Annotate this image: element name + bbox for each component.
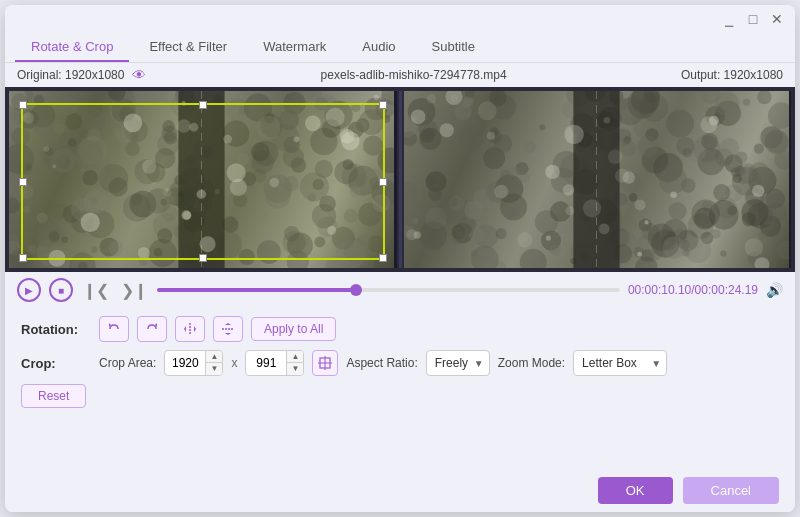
playback-bar: ▶ ■ ❙❮ ❯❙ 00:00:10.10/00:00:24.19 🔊 — [5, 272, 795, 308]
height-down-button[interactable]: ▼ — [287, 363, 303, 375]
title-bar: ⎯ □ ✕ — [5, 5, 795, 33]
tab-watermark[interactable]: Watermark — [247, 33, 342, 62]
width-spinner: ▲ ▼ — [205, 351, 222, 375]
ok-button[interactable]: OK — [598, 477, 673, 504]
rotation-row: Rotation: — [21, 316, 779, 342]
svg-marker-3 — [184, 326, 186, 332]
cancel-button[interactable]: Cancel — [683, 477, 779, 504]
info-left: Original: 1920x1080 👁 — [17, 67, 146, 83]
close-button[interactable]: ✕ — [769, 11, 785, 27]
crop-handle-br[interactable] — [379, 254, 387, 262]
svg-marker-7 — [225, 333, 231, 335]
aspect-ratio-select[interactable]: Freely 16:9 4:3 1:1 9:16 — [426, 350, 490, 376]
original-resolution: Original: 1920x1080 — [17, 68, 124, 82]
svg-marker-4 — [194, 326, 196, 332]
crop-overlay[interactable] — [21, 103, 385, 260]
output-preview — [404, 91, 792, 268]
zoom-mode-label: Zoom Mode: — [498, 356, 565, 370]
crop-handle-tr[interactable] — [379, 101, 387, 109]
controls-area: Rotation: — [5, 308, 795, 469]
rotate-right-button[interactable] — [137, 316, 167, 342]
crop-handle-mr[interactable] — [379, 178, 387, 186]
rotation-label: Rotation: — [21, 322, 91, 337]
x-separator: x — [231, 356, 237, 370]
filename: pexels-adlib-mishiko-7294778.mp4 — [321, 68, 507, 82]
tab-effect-filter[interactable]: Effect & Filter — [133, 33, 243, 62]
height-spinner: ▲ ▼ — [286, 351, 303, 375]
seek-bar[interactable] — [157, 288, 620, 292]
width-up-button[interactable]: ▲ — [206, 351, 222, 363]
crop-width-input-wrap: ▲ ▼ — [164, 350, 223, 376]
flip-vertical-button[interactable] — [213, 316, 243, 342]
reset-button[interactable]: Reset — [21, 384, 86, 408]
eye-icon[interactable]: 👁 — [132, 67, 146, 83]
tab-bar: Rotate & Crop Effect & Filter Watermark … — [5, 33, 795, 63]
flip-horizontal-button[interactable] — [175, 316, 205, 342]
tab-audio[interactable]: Audio — [346, 33, 411, 62]
seek-thumb[interactable] — [350, 284, 362, 296]
zoom-mode-select-wrap: Letter Box Pan & Scan Full ▼ — [573, 350, 667, 376]
title-controls: ⎯ □ ✕ — [721, 11, 785, 27]
main-window: ⎯ □ ✕ Rotate & Crop Effect & Filter Wate… — [5, 5, 795, 512]
prev-frame-button[interactable]: ❙❮ — [81, 281, 111, 300]
apply-to-all-button[interactable]: Apply to All — [251, 317, 336, 341]
crop-row: Crop: Crop Area: ▲ ▼ x ▲ ▼ — [21, 350, 779, 376]
crop-handle-bl[interactable] — [19, 254, 27, 262]
footer: OK Cancel — [5, 469, 795, 512]
rotate-left-button[interactable] — [99, 316, 129, 342]
seek-progress — [157, 288, 356, 292]
aspect-ratio-select-wrap: Freely 16:9 4:3 1:1 9:16 ▼ — [426, 350, 490, 376]
crop-width-input[interactable] — [165, 354, 205, 372]
crop-height-input[interactable] — [246, 354, 286, 372]
play-button[interactable]: ▶ — [17, 278, 41, 302]
width-down-button[interactable]: ▼ — [206, 363, 222, 375]
original-preview — [9, 91, 397, 268]
crop-handle-ml[interactable] — [19, 178, 27, 186]
time-display: 00:00:10.10/00:00:24.19 — [628, 283, 758, 297]
volume-icon[interactable]: 🔊 — [766, 282, 783, 298]
maximize-button[interactable]: □ — [745, 11, 761, 27]
minimize-button[interactable]: ⎯ — [721, 11, 737, 27]
zoom-mode-select[interactable]: Letter Box Pan & Scan Full — [573, 350, 667, 376]
next-frame-button[interactable]: ❯❙ — [119, 281, 149, 300]
crop-label: Crop: — [21, 356, 91, 371]
crop-area-label: Crop Area: — [99, 356, 156, 370]
svg-marker-6 — [225, 323, 231, 325]
tab-subtitle[interactable]: Subtitle — [416, 33, 491, 62]
tab-rotate-crop[interactable]: Rotate & Crop — [15, 33, 129, 62]
stop-button[interactable]: ■ — [49, 278, 73, 302]
preview-divider — [399, 91, 402, 268]
crop-height-input-wrap: ▲ ▼ — [245, 350, 304, 376]
video-info-bar: Original: 1920x1080 👁 pexels-adlib-mishi… — [5, 63, 795, 87]
crop-handle-tl[interactable] — [19, 101, 27, 109]
height-up-button[interactable]: ▲ — [287, 351, 303, 363]
aspect-ratio-label: Aspect Ratio: — [346, 356, 417, 370]
crop-handle-bm[interactable] — [199, 254, 207, 262]
crop-handle-tm[interactable] — [199, 101, 207, 109]
center-crop-button[interactable] — [312, 350, 338, 376]
output-canvas — [404, 91, 789, 268]
preview-area — [5, 87, 795, 272]
output-resolution: Output: 1920x1080 — [681, 68, 783, 82]
